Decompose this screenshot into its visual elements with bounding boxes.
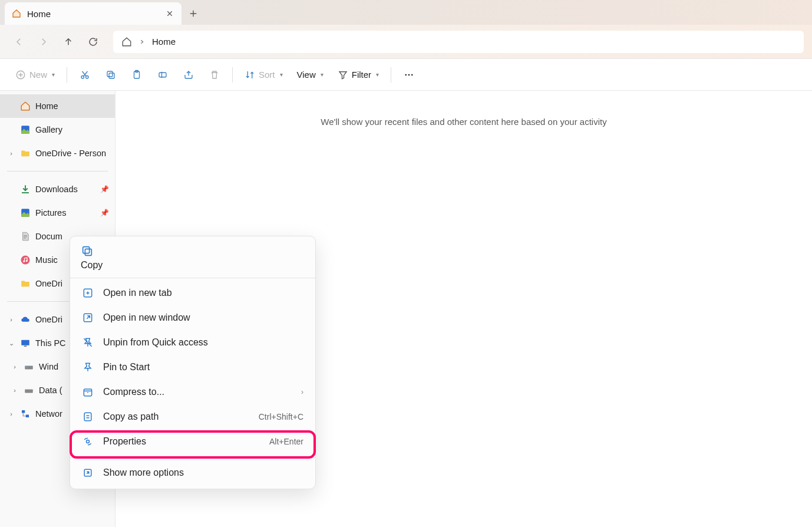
pin-icon bbox=[82, 361, 94, 373]
pc-icon bbox=[20, 338, 31, 348]
context-label: Copy as path bbox=[103, 411, 249, 422]
context-item-copy-path[interactable]: Copy as path Ctrl+Shift+C bbox=[74, 404, 312, 429]
chevron-down-icon[interactable]: ⌄ bbox=[7, 340, 15, 347]
refresh-button[interactable] bbox=[82, 31, 104, 52]
chevron-right-icon[interactable] bbox=[139, 39, 145, 45]
svg-rect-20 bbox=[25, 390, 33, 393]
share-button[interactable] bbox=[177, 64, 200, 85]
sidebar-label: Home bbox=[35, 101, 115, 111]
svg-point-8 bbox=[405, 74, 407, 75]
folder-icon bbox=[20, 148, 31, 159]
context-menu-header: Copy bbox=[74, 240, 312, 276]
svg-rect-4 bbox=[107, 71, 113, 77]
svg-rect-23 bbox=[85, 249, 91, 255]
shortcut: Ctrl+Shift+C bbox=[259, 412, 303, 421]
separator bbox=[391, 67, 391, 83]
new-tab-button[interactable] bbox=[181, 2, 205, 25]
chevron-right-icon[interactable]: › bbox=[11, 387, 19, 394]
tab-bar: Home bbox=[0, 0, 812, 25]
context-menu: Copy Open in new tab Open in new window … bbox=[70, 236, 316, 489]
copy-button[interactable] bbox=[99, 64, 123, 85]
new-tab-icon bbox=[82, 287, 94, 299]
svg-point-15 bbox=[26, 260, 28, 262]
copy-path-icon bbox=[82, 411, 94, 423]
unpin-icon bbox=[82, 337, 94, 348]
sort-button[interactable]: Sort ▾ bbox=[239, 64, 289, 85]
separator bbox=[232, 67, 233, 83]
close-icon[interactable] bbox=[165, 9, 174, 18]
context-item-unpin[interactable]: Unpin from Quick access bbox=[74, 330, 312, 355]
pin-icon[interactable]: 📌 bbox=[100, 209, 109, 217]
new-window-icon bbox=[82, 312, 94, 324]
chevron-right-icon[interactable]: › bbox=[7, 410, 15, 417]
drive-icon bbox=[24, 385, 34, 396]
home-icon bbox=[12, 9, 21, 18]
more-button[interactable] bbox=[397, 64, 421, 85]
chevron-down-icon: ▾ bbox=[376, 71, 379, 78]
download-icon bbox=[20, 184, 31, 195]
context-label: Pin to Start bbox=[103, 362, 303, 373]
address-bar[interactable]: Home bbox=[113, 31, 804, 53]
divider bbox=[7, 171, 108, 172]
chevron-right-icon[interactable]: › bbox=[11, 363, 19, 370]
delete-button[interactable] bbox=[203, 64, 226, 85]
sidebar-label: Downloads bbox=[35, 185, 95, 194]
copy-icon[interactable] bbox=[81, 245, 305, 258]
context-item-pin-start[interactable]: Pin to Start bbox=[74, 355, 312, 380]
forward-button[interactable] bbox=[33, 31, 54, 52]
copy-label: Copy bbox=[81, 260, 305, 271]
breadcrumb-home[interactable]: Home bbox=[152, 37, 176, 47]
sidebar-item-onedrive-personal[interactable]: › OneDrive - Person bbox=[0, 141, 115, 165]
pin-icon[interactable]: 📌 bbox=[100, 185, 109, 193]
chevron-down-icon: ▾ bbox=[280, 71, 283, 78]
context-label: Unpin from Quick access bbox=[103, 337, 303, 348]
context-item-compress[interactable]: Compress to... › bbox=[74, 380, 312, 404]
svg-rect-24 bbox=[83, 247, 90, 253]
svg-rect-16 bbox=[21, 340, 29, 345]
archive-icon bbox=[82, 386, 94, 398]
new-button[interactable]: New ▾ bbox=[9, 64, 61, 85]
sidebar-label: Pictures bbox=[35, 208, 95, 218]
svg-rect-22 bbox=[26, 415, 29, 418]
chevron-right-icon: › bbox=[301, 388, 303, 396]
sidebar-label: OneDrive - Person bbox=[35, 149, 115, 158]
svg-rect-3 bbox=[109, 73, 114, 78]
filter-button[interactable]: Filter ▾ bbox=[332, 64, 385, 85]
tab-home[interactable]: Home bbox=[5, 2, 181, 25]
chevron-right-icon[interactable]: › bbox=[7, 150, 15, 157]
svg-point-10 bbox=[411, 74, 413, 75]
chevron-down-icon: ▾ bbox=[52, 71, 55, 78]
back-button[interactable] bbox=[8, 31, 29, 52]
up-button[interactable] bbox=[58, 31, 79, 52]
rename-button[interactable] bbox=[151, 64, 174, 85]
context-label: Properties bbox=[103, 436, 260, 447]
sidebar-item-gallery[interactable]: Gallery bbox=[0, 118, 115, 141]
context-item-open-new-tab[interactable]: Open in new tab bbox=[74, 281, 312, 305]
svg-rect-28 bbox=[84, 413, 91, 420]
separator bbox=[70, 457, 315, 458]
svg-rect-19 bbox=[26, 367, 28, 368]
context-item-open-new-window[interactable]: Open in new window bbox=[74, 305, 312, 330]
view-button[interactable]: View ▾ bbox=[291, 64, 329, 85]
chevron-right-icon[interactable]: › bbox=[7, 316, 15, 323]
svg-point-13 bbox=[21, 256, 30, 265]
separator bbox=[70, 278, 315, 278]
sidebar-label: Gallery bbox=[35, 125, 115, 134]
cut-button[interactable] bbox=[73, 64, 97, 85]
paste-button[interactable] bbox=[125, 64, 148, 85]
separator bbox=[67, 67, 67, 83]
sidebar-item-home[interactable]: Home bbox=[0, 94, 115, 118]
context-item-properties[interactable]: Properties Alt+Enter bbox=[74, 429, 312, 454]
sidebar-item-downloads[interactable]: Downloads 📌 bbox=[0, 177, 115, 201]
sidebar-item-pictures[interactable]: Pictures 📌 bbox=[0, 201, 115, 225]
context-label: Open in new window bbox=[103, 312, 303, 323]
tab-title: Home bbox=[27, 9, 159, 19]
toolbar: New ▾ Sort ▾ View ▾ Filter ▾ bbox=[0, 59, 812, 91]
music-icon bbox=[20, 255, 31, 265]
context-item-show-more[interactable]: Show more options bbox=[74, 460, 312, 485]
document-icon bbox=[20, 231, 31, 242]
context-label: Open in new tab bbox=[103, 288, 303, 298]
svg-rect-7 bbox=[159, 73, 166, 77]
filter-label: Filter bbox=[352, 70, 371, 80]
home-icon bbox=[20, 101, 31, 111]
